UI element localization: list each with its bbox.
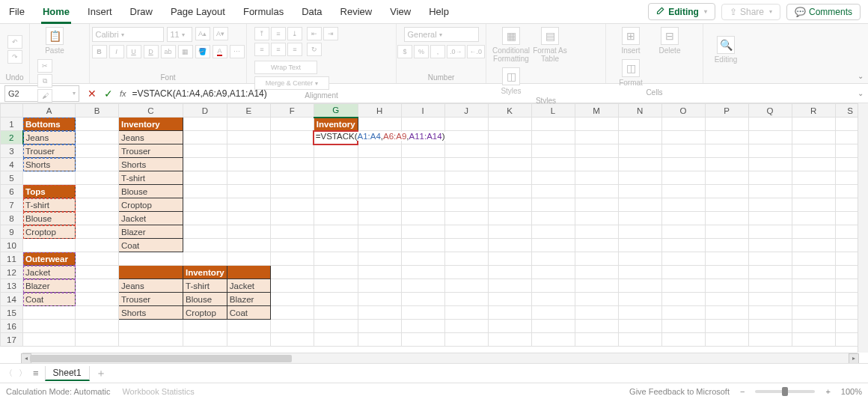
cell-L17[interactable]: [531, 333, 575, 347]
cell-O1[interactable]: [661, 118, 705, 131]
formula-input[interactable]: =VSTACK(A1:A4,A6:A9,A11:A14): [129, 88, 853, 99]
cell-R15[interactable]: [792, 306, 835, 320]
cell-O16[interactable]: [661, 320, 705, 333]
cell-C6[interactable]: Blouse: [119, 185, 183, 198]
cell-B15[interactable]: [76, 306, 119, 320]
cell-B3[interactable]: [76, 144, 119, 158]
cell-O9[interactable]: [661, 225, 705, 239]
cell-Q11[interactable]: [748, 252, 792, 266]
cell-O13[interactable]: [661, 279, 705, 293]
cell-J10[interactable]: [444, 239, 488, 252]
cell-I8[interactable]: [401, 212, 444, 225]
cell-D2[interactable]: [183, 131, 227, 144]
cell-P8[interactable]: [705, 212, 748, 225]
cell-J11[interactable]: [444, 252, 488, 266]
cell-I3[interactable]: [401, 144, 444, 158]
cell-F9[interactable]: [270, 225, 314, 239]
cell-K16[interactable]: [488, 320, 531, 333]
cell-D12[interactable]: Inventory: [183, 266, 227, 279]
undo-button[interactable]: ↶: [7, 35, 22, 49]
feedback-link[interactable]: Give Feedback to Microsoft: [629, 387, 730, 396]
cell-F14[interactable]: [270, 293, 314, 306]
cell-H7[interactable]: [358, 198, 401, 212]
cell-A17[interactable]: [23, 333, 76, 347]
cell-P14[interactable]: [705, 293, 748, 306]
cell-K5[interactable]: [488, 171, 531, 185]
align-left-button[interactable]: ≡: [254, 43, 269, 56]
cell-P15[interactable]: [705, 306, 748, 320]
cell-E8[interactable]: [227, 212, 270, 225]
cell-H4[interactable]: [358, 158, 401, 171]
cell-M15[interactable]: [575, 306, 618, 320]
cell-O7[interactable]: [661, 198, 705, 212]
row-header-5[interactable]: 5: [1, 171, 23, 185]
cell-E12[interactable]: [227, 266, 270, 279]
cell-N5[interactable]: [618, 171, 661, 185]
cell-R13[interactable]: [792, 279, 835, 293]
cell-F13[interactable]: [270, 279, 314, 293]
cell-P10[interactable]: [705, 239, 748, 252]
cell-P17[interactable]: [705, 333, 748, 347]
cell-F8[interactable]: [270, 212, 314, 225]
cell-K12[interactable]: [488, 266, 531, 279]
cell-D17[interactable]: [183, 333, 227, 347]
cell-H16[interactable]: [358, 320, 401, 333]
more-font-button[interactable]: ⋯: [230, 45, 245, 58]
cell-R3[interactable]: [792, 144, 835, 158]
cell-D15[interactable]: Croptop: [183, 306, 227, 320]
cell-O14[interactable]: [661, 293, 705, 306]
cell-E6[interactable]: [227, 185, 270, 198]
col-header-I[interactable]: I: [401, 104, 444, 118]
cell-F2[interactable]: [270, 131, 314, 144]
cell-I4[interactable]: [401, 158, 444, 171]
cell-O4[interactable]: [661, 158, 705, 171]
align-top-button[interactable]: ⤒: [254, 27, 269, 40]
col-header-D[interactable]: D: [183, 104, 227, 118]
cell-B9[interactable]: [76, 225, 119, 239]
cell-D8[interactable]: [183, 212, 227, 225]
row-header-17[interactable]: 17: [1, 333, 23, 347]
cell-R6[interactable]: [792, 185, 835, 198]
cell-P2[interactable]: [705, 131, 748, 144]
row-header-14[interactable]: 14: [1, 293, 23, 306]
cell-R5[interactable]: [792, 171, 835, 185]
decrease-font-button[interactable]: A▾: [213, 27, 228, 40]
ribbon-expand-button[interactable]: ⌄: [858, 72, 864, 80]
cell-A9[interactable]: Croptop: [23, 225, 76, 239]
underline-button[interactable]: U: [126, 45, 141, 58]
cell-H15[interactable]: [358, 306, 401, 320]
cell-J14[interactable]: [444, 293, 488, 306]
cell-D10[interactable]: [183, 239, 227, 252]
cell-G11[interactable]: [314, 252, 358, 266]
cell-O12[interactable]: [661, 266, 705, 279]
cell-Q2[interactable]: [748, 131, 792, 144]
cell-I12[interactable]: [401, 266, 444, 279]
cell-Q13[interactable]: [748, 279, 792, 293]
cell-L10[interactable]: [531, 239, 575, 252]
align-center-button[interactable]: ≡: [271, 43, 286, 56]
tab-review[interactable]: Review: [331, 0, 382, 24]
cell-A7[interactable]: T-shirt: [23, 198, 76, 212]
cell-H17[interactable]: [358, 333, 401, 347]
cell-Q6[interactable]: [748, 185, 792, 198]
cell-Q4[interactable]: [748, 158, 792, 171]
cell-B16[interactable]: [76, 320, 119, 333]
accounting-format-button[interactable]: $: [397, 45, 412, 58]
insert-cells-button[interactable]: ⊞Insert: [614, 27, 648, 55]
cell-H6[interactable]: [358, 185, 401, 198]
tab-view[interactable]: View: [381, 0, 420, 24]
cell-I15[interactable]: [401, 306, 444, 320]
cell-M10[interactable]: [575, 239, 618, 252]
italic-button[interactable]: I: [109, 45, 124, 58]
cell-G8[interactable]: [314, 212, 358, 225]
cell-I11[interactable]: [401, 252, 444, 266]
cell-D6[interactable]: [183, 185, 227, 198]
cell-I10[interactable]: [401, 239, 444, 252]
zoom-level[interactable]: 100%: [841, 387, 862, 396]
decrease-indent-button[interactable]: ⇤: [307, 27, 322, 40]
cell-M5[interactable]: [575, 171, 618, 185]
cell-L15[interactable]: [531, 306, 575, 320]
cell-R14[interactable]: [792, 293, 835, 306]
col-header-G[interactable]: G: [314, 104, 358, 118]
cell-J16[interactable]: [444, 320, 488, 333]
